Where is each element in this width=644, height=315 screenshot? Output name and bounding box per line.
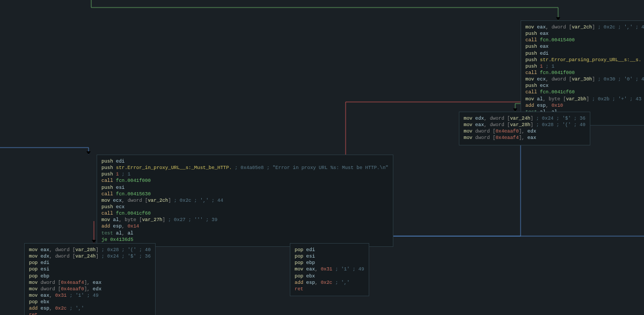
token-reg: eax — [41, 293, 49, 298]
token-punc: dword — [490, 122, 507, 128]
token-punc: ] — [592, 77, 595, 82]
token-num: 0x2c — [55, 306, 67, 311]
token-mnemonic: push — [525, 57, 540, 63]
comment: ; ',' — [70, 306, 84, 311]
asm-line: je 0x4136d5 — [101, 237, 389, 243]
token-punc: , — [484, 116, 490, 121]
cfg-node-botLeft[interactable]: mov eax, dword [var_28h] ; 0x28 ; '(' ; … — [24, 243, 156, 315]
token-str: str.Error_parsing_proxy_URL__s:__s. — [540, 57, 641, 63]
asm-line: mov eax, 0x31 ; '1' ; 49 — [295, 266, 364, 273]
token-punc: ] — [168, 198, 171, 203]
asm-line: pop edi — [29, 260, 151, 266]
token-reg: ecx — [537, 77, 546, 82]
token-punc: ], — [519, 129, 528, 134]
token-var: var_2ch — [148, 198, 168, 203]
token-reg: ecx — [113, 198, 122, 203]
token-reg: edi — [41, 260, 49, 266]
token-reg: al — [116, 231, 122, 236]
token-punc: , — [119, 217, 125, 223]
token-mnemonic: push — [525, 51, 540, 56]
token-punc: ], — [519, 135, 528, 141]
token-reg: eax — [537, 25, 546, 30]
token-num: 0x14 — [128, 224, 140, 229]
cfg-node-midLeft[interactable]: push edipush str.Error_in_proxy_URL__s:_… — [97, 155, 393, 247]
comment: ; 0x4a05e8 ; "Error in proxy URL %s: Mus… — [235, 165, 388, 171]
asm-line: call fcn.0041f000 — [525, 70, 644, 76]
token-reg: edx — [93, 287, 101, 292]
token-mnemonic: push — [101, 204, 116, 210]
token-fcn: fcn.0041f000 — [540, 70, 575, 76]
token-var: var_30h — [572, 77, 592, 82]
token-var: var_2bh — [566, 97, 587, 102]
token-mnemonic: push — [101, 185, 116, 191]
token-fcn: fcn.00415400 — [540, 38, 575, 43]
asm-line: push 1 ; 1 — [101, 171, 389, 178]
token-fcn: fcn.0041cf60 — [116, 211, 151, 216]
asm-line: push eax — [525, 43, 644, 50]
token-punc: , — [315, 267, 321, 272]
token-reg: esp — [537, 103, 546, 108]
token-reg: ebx — [41, 299, 49, 305]
token-test: test — [101, 231, 116, 236]
token-call: call — [101, 211, 116, 216]
token-reg: edi — [116, 159, 125, 164]
comment: ; 1 — [122, 172, 130, 177]
comment: ; 0x2b ; '+' ; 43 — [592, 97, 641, 102]
token-punc: dword — [55, 254, 72, 259]
comment: ; 0x2c ; ',' ; 44 — [174, 198, 223, 203]
token-add: add — [101, 224, 113, 229]
token-punc: ], — [84, 280, 93, 285]
comment: ; 0x27 ; ''' ; 39 — [168, 217, 217, 223]
asm-line: pop ebp — [29, 273, 151, 280]
asm-line: pop ebx — [295, 273, 364, 280]
token-punc: dword — [475, 135, 493, 141]
token-reg: eax — [475, 122, 484, 128]
asm-line: mov edx, dword [var_24h] ; 0x24 ; '$' ; … — [29, 253, 151, 260]
asm-line: pop esi — [295, 253, 364, 260]
token-mnemonic: pop — [295, 247, 306, 253]
token-mnemonic: pop — [29, 274, 41, 279]
token-reg: edx — [528, 129, 536, 134]
token-punc: , — [484, 122, 490, 128]
token-num: 0x10 — [552, 103, 564, 108]
token-punc: byte — [125, 217, 139, 223]
token-mnemonic: mov — [525, 97, 537, 102]
token-punc: byte — [548, 97, 563, 102]
comment: ; '1' ; 49 — [70, 293, 99, 298]
token-mnemonic: mov — [101, 217, 113, 223]
token-mnemonic: pop — [29, 260, 41, 266]
asm-line: call fcn.0041cf60 — [101, 210, 389, 217]
token-punc: dword — [41, 287, 58, 292]
token-mnemonic: mov — [29, 247, 41, 253]
comment: ; 0x28 ; '(' ; 40 — [101, 247, 151, 253]
cfg-node-botMid[interactable]: pop edipop esipop ebpmov eax, 0x31 ; '1'… — [290, 243, 369, 296]
token-mnemonic: mov — [464, 129, 475, 134]
token-mnemonic: push — [101, 165, 116, 171]
asm-line: mov eax, dword [var_2ch] ; 0x2c ; ',' ; … — [525, 24, 644, 31]
token-call: call — [101, 178, 116, 184]
token-mnemonic: push — [525, 31, 540, 36]
token-num: 0x2c — [321, 280, 333, 285]
token-call: call — [525, 38, 540, 43]
cfg-node-right2[interactable]: mov edx, dword [var_24h] ; 0x24 ; '$' ; … — [459, 112, 590, 145]
token-addr: 0x4136d5 — [110, 237, 133, 243]
asm-line: push ecx — [525, 83, 644, 89]
asm-line: mov dword [0x4eaaf4], eax — [464, 135, 586, 141]
token-punc: ] — [96, 247, 98, 253]
token-reg: eax — [41, 247, 49, 253]
token-punc: , — [49, 247, 55, 253]
asm-line: mov eax, dword [var_28h] ; 0x28 ; '(' ; … — [464, 122, 586, 128]
token-punc: ], — [84, 287, 93, 292]
comment: ; '1' ; 49 — [335, 267, 364, 272]
asm-line: call fcn.00415400 — [525, 37, 644, 43]
asm-line: call fcn.0041cf60 — [525, 89, 644, 96]
asm-line: pop edi — [295, 247, 364, 253]
token-call: call — [101, 192, 116, 197]
comment: ; 0x24 ; '$' ; 36 — [101, 254, 151, 259]
asm-line: push esi — [101, 185, 389, 191]
token-reg: esi — [116, 185, 125, 191]
token-fcn: fcn.00415630 — [116, 192, 151, 197]
token-reg: esp — [113, 224, 122, 229]
cfg-node-topRight[interactable]: mov eax, dword [var_2ch] ; 0x2c ; ',' ; … — [521, 20, 644, 126]
asm-line: mov dword [0x4eaaf0], edx — [29, 286, 151, 292]
